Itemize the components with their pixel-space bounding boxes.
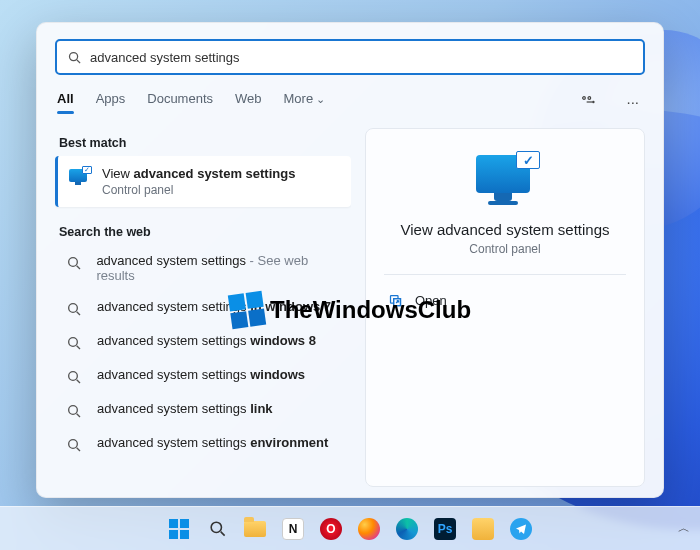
svg-line-8 [77, 312, 80, 315]
svg-point-15 [69, 440, 78, 449]
preview-subtitle: Control panel [469, 242, 540, 256]
result-preview-pane: View advanced system settings Control pa… [365, 128, 645, 487]
taskbar-explorer-button[interactable] [240, 514, 270, 544]
search-input[interactable] [90, 50, 633, 65]
start-search-flyout: All Apps Documents Web More ··· Best mat… [36, 22, 664, 498]
web-result[interactable]: advanced system settings - See web resul… [55, 245, 351, 291]
best-match-bold: advanced system settings [134, 166, 296, 181]
svg-line-10 [77, 346, 80, 349]
search-icon [63, 299, 85, 317]
tab-web[interactable]: Web [235, 91, 262, 112]
web-result-text: advanced system settings in windows 7 [97, 299, 331, 314]
edge-icon [396, 518, 418, 540]
svg-line-19 [220, 532, 224, 536]
search-icon [63, 253, 84, 271]
preview-open-label: Open [415, 293, 447, 308]
svg-point-18 [211, 522, 221, 532]
opera-icon: O [320, 518, 342, 540]
taskbar-photoshop-button[interactable]: Ps [430, 514, 460, 544]
best-match-result[interactable]: ✓ View advanced system settings Control … [55, 156, 351, 207]
taskbar: N O Ps [0, 506, 700, 550]
control-panel-icon: ✓ [68, 166, 90, 186]
svg-line-6 [76, 266, 79, 269]
taskbar-app-button[interactable] [468, 514, 498, 544]
firefox-icon [358, 518, 380, 540]
search-icon [63, 401, 85, 419]
search-web-heading: Search the web [55, 217, 351, 245]
search-icon [208, 519, 227, 538]
tab-more[interactable]: More [284, 91, 326, 112]
preview-divider [384, 274, 626, 275]
search-options-icon[interactable] [576, 89, 600, 114]
search-scope-tabs: All Apps Documents Web More ··· [55, 89, 645, 122]
search-box[interactable] [55, 39, 645, 75]
taskbar-telegram-button[interactable] [506, 514, 536, 544]
taskbar-tray-chevron[interactable]: ︿ [678, 506, 690, 550]
svg-point-13 [69, 406, 78, 415]
search-icon [63, 367, 85, 385]
windows-logo-icon [169, 519, 189, 539]
best-match-subtitle: Control panel [102, 183, 295, 197]
web-result-text: advanced system settings windows [97, 367, 305, 382]
web-result[interactable]: advanced system settings windows 8 [55, 325, 351, 359]
web-result[interactable]: advanced system settings in windows 7 [55, 291, 351, 325]
search-icon [67, 50, 82, 65]
svg-point-0 [70, 52, 78, 60]
open-icon [388, 293, 403, 308]
svg-point-9 [69, 338, 78, 347]
svg-line-14 [77, 414, 80, 417]
preview-open-action[interactable]: Open [384, 285, 626, 316]
taskbar-firefox-button[interactable] [354, 514, 384, 544]
svg-point-4 [593, 101, 594, 102]
taskbar-opera-button[interactable]: O [316, 514, 346, 544]
tab-all[interactable]: All [57, 91, 74, 112]
svg-point-11 [69, 372, 78, 381]
results-column: Best match ✓ View advanced system settin… [55, 128, 351, 487]
telegram-icon [510, 518, 532, 540]
web-result[interactable]: advanced system settings windows [55, 359, 351, 393]
tab-apps[interactable]: Apps [96, 91, 126, 112]
taskbar-edge-button[interactable] [392, 514, 422, 544]
web-result-text: advanced system settings link [97, 401, 273, 416]
tab-documents[interactable]: Documents [147, 91, 213, 112]
web-result-text: advanced system settings windows 8 [97, 333, 316, 348]
search-icon [63, 333, 85, 351]
web-result[interactable]: advanced system settings link [55, 393, 351, 427]
search-icon [63, 435, 85, 453]
more-options-icon[interactable]: ··· [622, 90, 643, 113]
preview-title: View advanced system settings [401, 221, 610, 238]
svg-point-7 [69, 304, 78, 313]
svg-point-5 [68, 258, 77, 267]
svg-line-16 [77, 448, 80, 451]
web-result-text: advanced system settings - See web resul… [96, 253, 343, 283]
taskbar-notion-button[interactable]: N [278, 514, 308, 544]
taskbar-search-button[interactable] [202, 514, 232, 544]
chevron-up-icon: ︿ [678, 520, 690, 537]
web-result[interactable]: advanced system settings environment [55, 427, 351, 461]
svg-point-2 [583, 97, 586, 100]
svg-point-3 [588, 97, 591, 100]
best-match-heading: Best match [55, 128, 351, 156]
app-icon [472, 518, 494, 540]
folder-icon [244, 521, 266, 537]
taskbar-start-button[interactable] [164, 514, 194, 544]
svg-line-12 [77, 380, 80, 383]
notion-icon: N [282, 518, 304, 540]
photoshop-icon: Ps [434, 518, 456, 540]
preview-app-icon [470, 151, 540, 207]
web-result-text: advanced system settings environment [97, 435, 328, 450]
svg-line-1 [77, 60, 80, 63]
best-match-prefix: View [102, 166, 134, 181]
